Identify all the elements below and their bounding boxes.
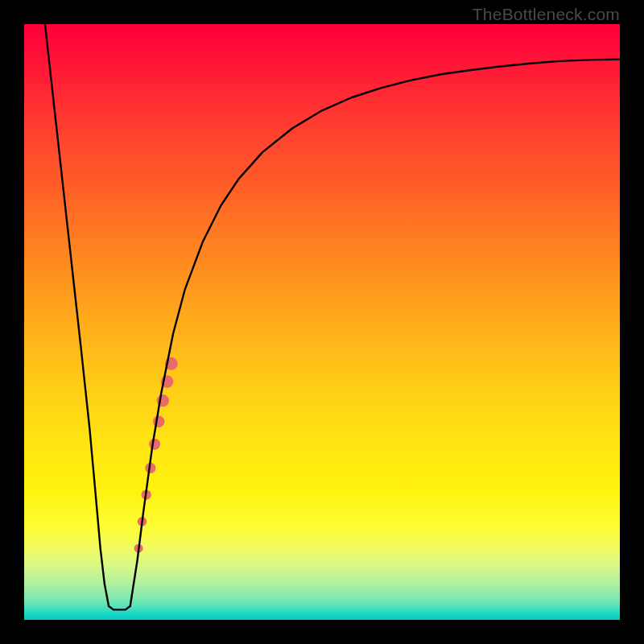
- highlight-dot: [153, 415, 165, 427]
- chart-svg: [24, 24, 620, 620]
- highlight-dots: [134, 357, 178, 553]
- plot-area: [24, 24, 620, 620]
- chart-frame: TheBottleneck.com: [0, 0, 644, 644]
- watermark-text: TheBottleneck.com: [473, 5, 620, 24]
- bottleneck-curve: [45, 24, 620, 609]
- highlight-dot: [149, 439, 160, 450]
